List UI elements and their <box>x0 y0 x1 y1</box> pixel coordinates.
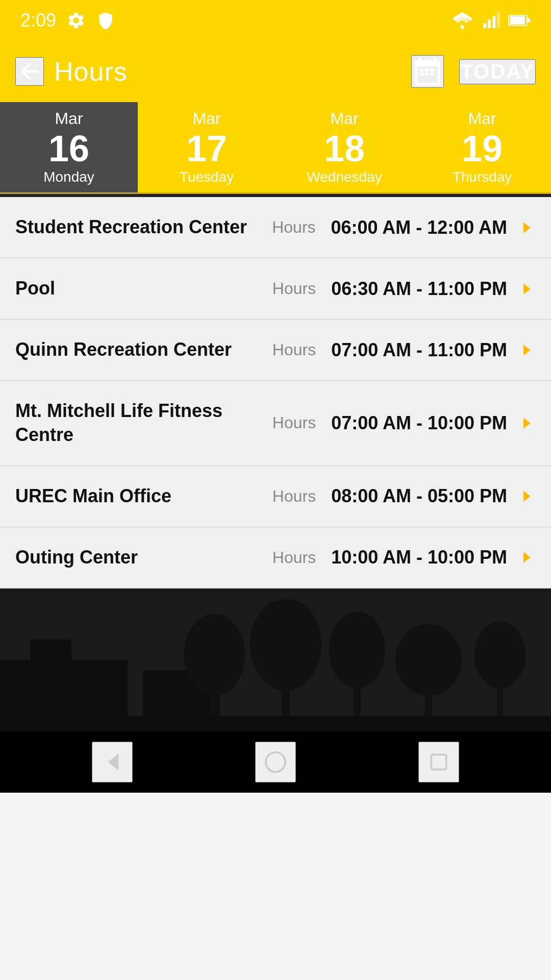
svg-marker-19 <box>523 552 531 563</box>
hours-time-1: 06:30 AM - 11:00 PM <box>331 278 507 300</box>
date-day-2: 18 <box>324 130 365 167</box>
status-time: 2:09 <box>20 10 56 31</box>
svg-marker-17 <box>523 418 531 428</box>
svg-rect-10 <box>430 69 434 71</box>
bottom-image-area <box>0 589 551 731</box>
svg-rect-12 <box>425 73 429 76</box>
date-weekday-0: Monday <box>43 169 94 185</box>
facility-name-5: Outing Center <box>15 546 272 570</box>
battery-icon <box>508 13 531 28</box>
wifi-icon <box>451 12 473 29</box>
hours-time-5: 10:00 AM - 10:00 PM <box>331 547 507 568</box>
hours-time-3: 07:00 AM - 10:00 PM <box>331 412 507 434</box>
signal-icon <box>482 11 500 30</box>
date-selector: Mar 16 Monday Mar 17 Tuesday Mar 18 Wedn… <box>0 102 551 194</box>
nav-home-button[interactable] <box>255 742 296 782</box>
svg-rect-8 <box>420 69 424 71</box>
date-month-1: Mar <box>192 109 220 128</box>
date-item-mar19[interactable]: Mar 19 Thursday <box>413 102 551 192</box>
hours-label-0: Hours <box>272 218 315 237</box>
hours-label-3: Hours <box>272 413 316 432</box>
svg-rect-11 <box>420 73 424 76</box>
hours-label-5: Hours <box>272 548 316 567</box>
svg-rect-6 <box>510 16 525 24</box>
svg-rect-4 <box>497 12 500 29</box>
facility-name-1: Pool <box>15 277 272 301</box>
page-title: Hours <box>54 56 128 87</box>
chevron-right-icon-3 <box>517 414 536 432</box>
svg-rect-1 <box>483 23 486 28</box>
date-day-3: 19 <box>462 130 503 167</box>
date-day-1: 17 <box>186 130 227 167</box>
date-month-3: Mar <box>468 109 496 128</box>
settings-icon <box>66 11 86 30</box>
hours-time-2: 07:00 AM - 11:00 PM <box>331 339 507 361</box>
nav-back-button[interactable] <box>92 742 133 782</box>
facility-name-4: UREC Main Office <box>15 484 272 508</box>
facility-row-2[interactable]: Quinn Recreation Center Hours 07:00 AM -… <box>0 320 551 381</box>
facility-row-4[interactable]: UREC Main Office Hours 08:00 AM - 05:00 … <box>0 466 551 527</box>
date-weekday-1: Tuesday <box>180 169 234 185</box>
campus-image <box>0 589 551 731</box>
svg-rect-13 <box>430 73 434 76</box>
facility-row-1[interactable]: Pool Hours 06:30 AM - 11:00 PM <box>0 258 551 320</box>
status-bar: 2:09 <box>0 0 551 41</box>
hours-time-0: 06:00 AM - 12:00 AM <box>331 217 507 238</box>
facility-name-0: Student Recreation Center <box>15 215 272 239</box>
date-month-2: Mar <box>330 109 358 128</box>
app-bar: Hours TODAY <box>0 41 551 102</box>
calendar-button[interactable] <box>411 55 444 88</box>
nav-bar <box>0 731 551 793</box>
hours-label-1: Hours <box>272 279 316 298</box>
chevron-right-icon-5 <box>517 548 536 567</box>
date-item-mar17[interactable]: Mar 17 Tuesday <box>138 102 276 192</box>
svg-rect-9 <box>425 69 429 71</box>
date-weekday-3: Thursday <box>453 169 512 185</box>
facility-row-0[interactable]: Student Recreation Center Hours 06:00 AM… <box>0 197 551 258</box>
today-button[interactable]: TODAY <box>459 59 536 84</box>
chevron-right-icon-2 <box>517 341 536 359</box>
date-item-mar18[interactable]: Mar 18 Wednesday <box>276 102 413 192</box>
svg-rect-34 <box>0 716 551 731</box>
facility-name-3: Mt. Mitchell Life Fitness Centre <box>15 399 272 447</box>
chevron-right-icon-4 <box>517 487 536 505</box>
hours-label-2: Hours <box>272 340 316 359</box>
svg-rect-2 <box>488 20 491 29</box>
facility-name-2: Quinn Recreation Center <box>15 338 272 362</box>
svg-marker-35 <box>108 753 119 770</box>
svg-point-0 <box>460 25 464 29</box>
svg-rect-37 <box>431 754 446 769</box>
hours-label-4: Hours <box>272 487 316 506</box>
svg-marker-14 <box>523 222 531 233</box>
date-day-0: 16 <box>48 130 89 167</box>
svg-marker-15 <box>523 283 531 294</box>
nav-recent-button[interactable] <box>418 742 459 782</box>
svg-rect-3 <box>492 16 495 28</box>
svg-rect-7 <box>528 18 530 22</box>
back-button[interactable] <box>15 57 44 86</box>
date-month-0: Mar <box>55 109 83 128</box>
svg-marker-18 <box>523 491 531 502</box>
date-item-mar16[interactable]: Mar 16 Monday <box>0 102 138 192</box>
chevron-right-icon-1 <box>517 280 536 298</box>
facility-row-3[interactable]: Mt. Mitchell Life Fitness Centre Hours 0… <box>0 381 551 466</box>
svg-marker-16 <box>523 345 531 355</box>
shield-icon <box>96 11 115 30</box>
chevron-right-icon-0 <box>517 218 536 237</box>
date-weekday-2: Wednesday <box>307 169 382 185</box>
svg-point-36 <box>266 752 285 771</box>
hours-time-4: 08:00 AM - 05:00 PM <box>331 485 507 507</box>
facility-row-5[interactable]: Outing Center Hours 10:00 AM - 10:00 PM <box>0 527 551 589</box>
hours-list: Student Recreation Center Hours 06:00 AM… <box>0 197 551 589</box>
